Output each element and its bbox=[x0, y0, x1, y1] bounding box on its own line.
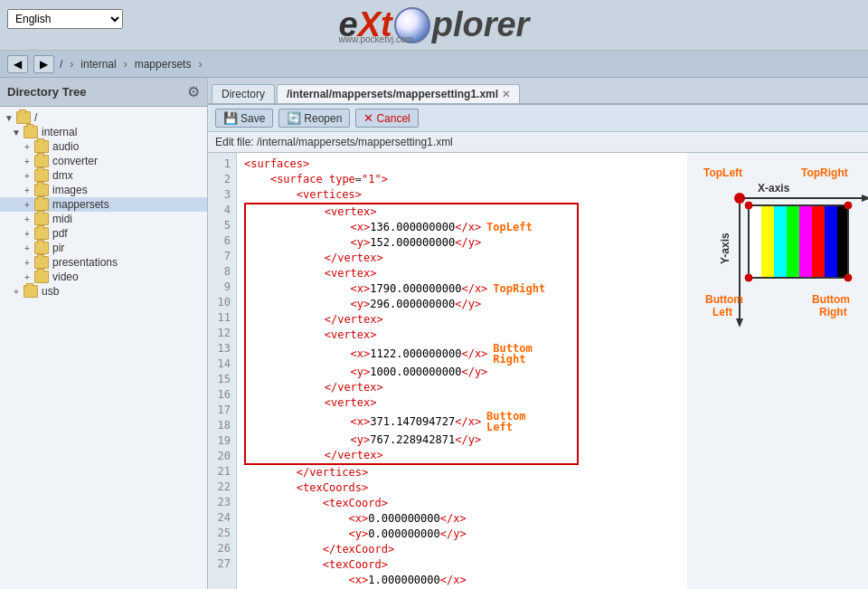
toggle-video[interactable]: + bbox=[22, 271, 33, 282]
tree-item-internal[interactable]: ▼ internal bbox=[0, 125, 207, 139]
line-num-8: 8 bbox=[208, 264, 236, 280]
tree-item-pdf[interactable]: + pdf bbox=[0, 226, 207, 241]
svg-rect-0 bbox=[749, 205, 761, 278]
toggle-pir[interactable]: + bbox=[22, 242, 33, 253]
tree-label-pdf: pdf bbox=[52, 227, 68, 240]
save-button[interactable]: 💾 Save bbox=[215, 109, 273, 128]
path-separator-2: › bbox=[124, 58, 127, 71]
close-tab-icon[interactable]: ✕ bbox=[502, 89, 510, 100]
code-line-10: <y>296.000000000</y> bbox=[246, 297, 577, 312]
tab-mappersetting[interactable]: /internal/mappersets/mappersetting1.xml … bbox=[277, 84, 520, 103]
highlight-box: <vertex> <x>136.000000000</x> TopLeft <y… bbox=[244, 203, 579, 465]
main-layout: Directory Tree ⚙ ▼ / ▼ internal + audio bbox=[0, 78, 868, 589]
content-area: Directory /internal/mappersets/mapperset… bbox=[208, 78, 868, 589]
diag-xaxis-label: X-axis bbox=[758, 182, 790, 195]
line-num-19: 19 bbox=[208, 433, 236, 449]
tree-item-pir[interactable]: + pir bbox=[0, 241, 207, 255]
logo-plorer-text: plorer bbox=[432, 5, 530, 44]
line-num-5: 5 bbox=[208, 218, 236, 233]
back-button[interactable]: ◀ bbox=[7, 55, 28, 73]
tree-label-internal: internal bbox=[42, 126, 77, 138]
tree-item-images[interactable]: + images bbox=[0, 183, 207, 197]
language-selector[interactable]: English Deutsch Français Español bbox=[7, 9, 123, 29]
line-num-6: 6 bbox=[208, 233, 236, 249]
language-dropdown[interactable]: English Deutsch Français Español bbox=[7, 9, 123, 29]
sidebar-refresh-icon[interactable]: ⚙ bbox=[187, 83, 200, 100]
code-line-7: </vertex> bbox=[246, 251, 577, 266]
toggle-mappersets[interactable]: + bbox=[22, 199, 33, 210]
tree-label-images: images bbox=[52, 184, 88, 196]
line-num-13: 13 bbox=[208, 341, 236, 356]
logo-subtitle: www.pocketvj.com bbox=[339, 34, 413, 44]
code-line-13: <x>1122.000000000</x> ButtomRight bbox=[246, 343, 577, 365]
line-num-22: 22 bbox=[208, 480, 236, 495]
toggle-presentations[interactable]: + bbox=[22, 257, 33, 268]
line-num-7: 7 bbox=[208, 249, 236, 264]
tree-item-usb[interactable]: + usb bbox=[0, 284, 207, 299]
save-label: Save bbox=[241, 112, 265, 125]
line-num-17: 17 bbox=[208, 403, 236, 418]
line-num-20: 20 bbox=[208, 449, 236, 464]
diag-bottomleft-label: Buttom bbox=[705, 293, 743, 306]
tree-label-presentations: presentations bbox=[52, 256, 118, 269]
tree-item-mappersets[interactable]: + mappersets bbox=[0, 197, 207, 212]
tab-directory-label: Directory bbox=[222, 88, 265, 100]
folder-icon-images bbox=[34, 184, 49, 196]
toggle-usb[interactable]: + bbox=[11, 286, 22, 297]
toggle-root[interactable]: ▼ bbox=[4, 112, 14, 123]
xaxis-arrow bbox=[862, 195, 868, 202]
svg-rect-4 bbox=[799, 205, 812, 278]
cancel-button[interactable]: ✕ Cancel bbox=[355, 109, 418, 128]
tree-label-dmx: dmx bbox=[52, 169, 73, 182]
line-numbers: 1 2 3 4 5 6 7 8 9 10 11 12 13 14 15 16 1 bbox=[208, 153, 237, 589]
reopen-button[interactable]: 🔄 Reopen bbox=[278, 109, 350, 128]
svg-text:Left: Left bbox=[712, 306, 732, 318]
toggle-converter[interactable]: + bbox=[22, 156, 33, 166]
tree-item-video[interactable]: + video bbox=[0, 270, 207, 284]
tree-item-midi[interactable]: + midi bbox=[0, 212, 207, 226]
svg-rect-2 bbox=[774, 205, 787, 278]
toggle-dmx[interactable]: + bbox=[22, 170, 33, 181]
code-line-3: <vertices> bbox=[244, 187, 680, 203]
tree-item-presentations[interactable]: + presentations bbox=[0, 255, 207, 270]
label-topleft: TopLeft bbox=[486, 220, 533, 235]
code-line-27: <x>1.000000000</x> bbox=[244, 573, 680, 588]
svg-rect-1 bbox=[761, 205, 774, 278]
corner-tr bbox=[844, 202, 852, 209]
tree-item-dmx[interactable]: + dmx bbox=[0, 168, 207, 183]
folder-icon-pdf bbox=[34, 227, 49, 240]
forward-button[interactable]: ▶ bbox=[33, 55, 54, 73]
tabs-bar: Directory /internal/mappersets/mapperset… bbox=[208, 78, 868, 105]
editor-toolbar: 💾 Save 🔄 Reopen ✕ Cancel bbox=[208, 105, 868, 132]
code-line-19: </vertex> bbox=[246, 448, 577, 463]
toggle-midi[interactable]: + bbox=[22, 214, 33, 224]
tree-label-usb: usb bbox=[42, 285, 59, 298]
folder-icon-audio bbox=[34, 140, 49, 153]
line-num-15: 15 bbox=[208, 372, 236, 387]
tree-item-audio[interactable]: + audio bbox=[0, 139, 207, 154]
label-bottomleft: ButtomLeft bbox=[486, 411, 525, 432]
toggle-internal[interactable]: ▼ bbox=[11, 127, 22, 138]
tree-item-root[interactable]: ▼ / bbox=[0, 110, 207, 125]
code-line-24: <y>0.000000000</y> bbox=[244, 527, 680, 542]
tree-area: ▼ / ▼ internal + audio + converter bbox=[0, 107, 207, 589]
toggle-pdf[interactable]: + bbox=[22, 228, 33, 239]
code-panel: 1 2 3 4 5 6 7 8 9 10 11 12 13 14 15 16 1 bbox=[208, 153, 687, 589]
toggle-images[interactable]: + bbox=[22, 185, 33, 195]
path-mappersets: mappersets bbox=[135, 58, 192, 71]
code-editor[interactable]: <surfaces> <surface type="1"> <vertices>… bbox=[237, 153, 687, 589]
line-num-9: 9 bbox=[208, 280, 236, 295]
cancel-label: Cancel bbox=[376, 112, 410, 125]
tree-item-converter[interactable]: + converter bbox=[0, 154, 207, 168]
tab-directory[interactable]: Directory bbox=[212, 84, 275, 103]
tree-label-root: / bbox=[34, 111, 37, 124]
reopen-icon: 🔄 bbox=[287, 111, 301, 125]
editor-with-diagram: 1 2 3 4 5 6 7 8 9 10 11 12 13 14 15 16 1 bbox=[208, 153, 868, 589]
diagram-svg: TopLeft TopRight X-axis Y-axis bbox=[694, 160, 868, 359]
toggle-audio[interactable]: + bbox=[22, 141, 33, 152]
logo: eXtplorer www.pocketvj.com bbox=[339, 5, 530, 44]
code-line-18: <y>767.228942871</y> bbox=[246, 432, 577, 448]
corner-br bbox=[844, 274, 852, 281]
tree-label-converter: converter bbox=[52, 155, 98, 167]
code-line-1: <surfaces> bbox=[244, 157, 680, 172]
